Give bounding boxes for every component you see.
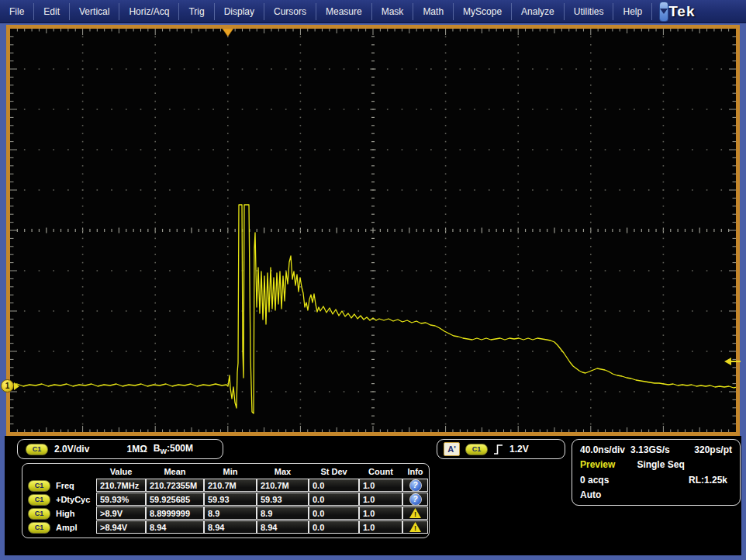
menu-item-vertical[interactable]: Vertical bbox=[70, 3, 119, 20]
menu-item-display[interactable]: Display bbox=[215, 3, 264, 20]
menu-item-horiz-acq[interactable]: Horiz/Acq bbox=[119, 3, 179, 20]
measurement-name: Ampl bbox=[56, 523, 78, 532]
sample-rate: 3.13GS/s bbox=[630, 444, 670, 455]
meas-count: 1.0 bbox=[359, 506, 402, 520]
menu-bar: FileEditVerticalHoriz/AcqTrigDisplayCurs… bbox=[0, 0, 746, 23]
horizontal-row-2: Preview Single Seq bbox=[580, 459, 732, 470]
channel1-badge: C1 bbox=[26, 444, 48, 455]
meas-info-cell: ? bbox=[402, 493, 428, 506]
menu-item-math[interactable]: Math bbox=[413, 3, 454, 20]
trigger-source-badge: A' bbox=[444, 442, 460, 456]
meas-count: 1.0 bbox=[359, 493, 402, 506]
channel1-badge: C1 bbox=[28, 508, 50, 520]
meas-info-cell: ? bbox=[402, 479, 428, 492]
info-question-icon: ? bbox=[409, 493, 422, 506]
meas-info-cell: ! bbox=[402, 506, 428, 520]
horizontal-row-4: Auto bbox=[580, 489, 732, 500]
channel1-marker-arrow-icon bbox=[14, 382, 19, 390]
channel1-badge: C1 bbox=[28, 494, 50, 506]
meas-min: 8.94 bbox=[204, 520, 257, 534]
vertical-readout[interactable]: C1 2.0V/div 1MΩ BW:500M bbox=[17, 439, 223, 459]
warning-triangle-icon: ! bbox=[409, 522, 421, 532]
menu-item-analyze[interactable]: Analyze bbox=[512, 3, 565, 20]
info-question-icon: ? bbox=[409, 479, 422, 492]
meas-header-blank bbox=[23, 465, 96, 479]
meas-row-label-ampl: C1Ampl bbox=[23, 520, 96, 534]
menu-item-mask[interactable]: Mask bbox=[372, 3, 414, 20]
meas-header-st-dev: St Dev bbox=[309, 465, 359, 479]
horizontal-row-1: 40.0ns/div 3.13GS/s 320ps/pt bbox=[580, 444, 732, 455]
menu-item-cursors[interactable]: Cursors bbox=[264, 3, 316, 20]
measurement-name: High bbox=[56, 509, 74, 518]
input-impedance: 1MΩ bbox=[127, 444, 147, 455]
meas-header-mean: Mean bbox=[146, 465, 204, 479]
menu-item-help[interactable]: Help bbox=[613, 3, 652, 20]
oscilloscope-screen: { "window": { "brand": "Tek", "minimize_… bbox=[0, 0, 746, 560]
channel1-badge: C1 bbox=[28, 480, 50, 492]
measurement-name: Freq bbox=[56, 481, 74, 490]
chevron-down-icon bbox=[660, 9, 668, 14]
trigger-level-arrow-icon bbox=[724, 358, 731, 365]
channel1-trace bbox=[10, 29, 736, 432]
meas-header-max: Max bbox=[257, 465, 309, 479]
meas-header-info: Info bbox=[402, 465, 428, 479]
meas-value: >8.94V bbox=[96, 520, 146, 534]
horizontal-row-3: 0 acqs RL:1.25k bbox=[580, 475, 732, 486]
meas-row-label-freq: C1Freq bbox=[23, 479, 96, 493]
horizontal-acquisition-readout[interactable]: 40.0ns/div 3.13GS/s 320ps/pt Preview Sin… bbox=[572, 439, 741, 506]
meas-row-label-dtycyc: C1+DtyCyc bbox=[23, 493, 96, 506]
trigger-mode: Auto bbox=[580, 489, 601, 500]
trigger-readout[interactable]: A' C1 1.2V bbox=[437, 439, 565, 459]
waveform-display: 1 bbox=[6, 25, 740, 436]
menu-item-trig[interactable]: Trig bbox=[179, 3, 214, 20]
meas-max: 210.7M bbox=[257, 479, 309, 492]
trigger-level-value: 1.2V bbox=[509, 444, 529, 455]
meas-max: 59.93 bbox=[257, 493, 309, 506]
meas-row-label-high: C1High bbox=[23, 506, 96, 520]
bandwidth-limit: BW:500M bbox=[154, 443, 193, 455]
meas-min: 59.93 bbox=[204, 493, 257, 506]
channel1-badge: C1 bbox=[28, 522, 50, 534]
measurement-table: ValueMeanMinMaxSt DevCountInfoC1Freq210.… bbox=[22, 463, 430, 538]
meas-stdev: 0.0 bbox=[309, 479, 359, 492]
meas-min: 8.9 bbox=[204, 506, 257, 520]
menu-item-utilities[interactable]: Utilities bbox=[565, 3, 614, 20]
channel1-ground-marker[interactable]: 1 bbox=[1, 379, 19, 392]
rising-edge-icon bbox=[493, 443, 504, 456]
meas-stdev: 0.0 bbox=[309, 493, 359, 506]
meas-mean: 8.8999999 bbox=[146, 506, 204, 520]
meas-min: 210.7M bbox=[204, 479, 257, 492]
channel1-marker-label: 1 bbox=[1, 379, 14, 392]
meas-stdev: 0.0 bbox=[309, 520, 359, 534]
meas-header-count: Count bbox=[359, 465, 402, 479]
meas-value: >8.9V bbox=[96, 506, 146, 520]
measurement-grid: ValueMeanMinMaxSt DevCountInfoC1Freq210.… bbox=[23, 465, 428, 534]
meas-value: 59.93% bbox=[96, 493, 146, 506]
meas-mean: 59.925685 bbox=[146, 493, 204, 506]
acquisition-count: 0 acqs bbox=[580, 475, 609, 486]
measurement-name: +DtyCyc bbox=[56, 495, 90, 504]
menu-dropdown-button[interactable] bbox=[659, 2, 668, 22]
menu-item-edit[interactable]: Edit bbox=[34, 3, 70, 20]
menu-item-myscope[interactable]: MyScope bbox=[454, 3, 512, 20]
preview-status: Preview bbox=[580, 459, 615, 470]
meas-count: 1.0 bbox=[359, 479, 402, 492]
meas-info-cell: ! bbox=[402, 520, 428, 534]
trigger-channel-badge: C1 bbox=[465, 444, 488, 455]
menu-items: FileEditVerticalHoriz/AcqTrigDisplayCurs… bbox=[0, 3, 652, 20]
horizontal-scale: 40.0ns/div bbox=[580, 444, 625, 455]
acquisition-mode: Single Seq bbox=[637, 459, 684, 470]
meas-max: 8.9 bbox=[257, 506, 309, 520]
vertical-scale: 2.0V/div bbox=[54, 444, 89, 455]
record-length: RL:1.25k bbox=[689, 475, 727, 486]
menu-item-measure[interactable]: Measure bbox=[316, 3, 372, 20]
meas-mean: 210.72355M bbox=[146, 479, 204, 492]
meas-count: 1.0 bbox=[359, 520, 402, 534]
meas-stdev: 0.0 bbox=[309, 506, 359, 520]
warning-triangle-icon: ! bbox=[409, 508, 421, 518]
meas-mean: 8.94 bbox=[146, 520, 204, 534]
meas-header-min: Min bbox=[204, 465, 257, 479]
resolution: 320ps/pt bbox=[694, 444, 732, 455]
menu-item-file[interactable]: File bbox=[0, 3, 34, 20]
trigger-level-marker[interactable] bbox=[724, 358, 741, 365]
